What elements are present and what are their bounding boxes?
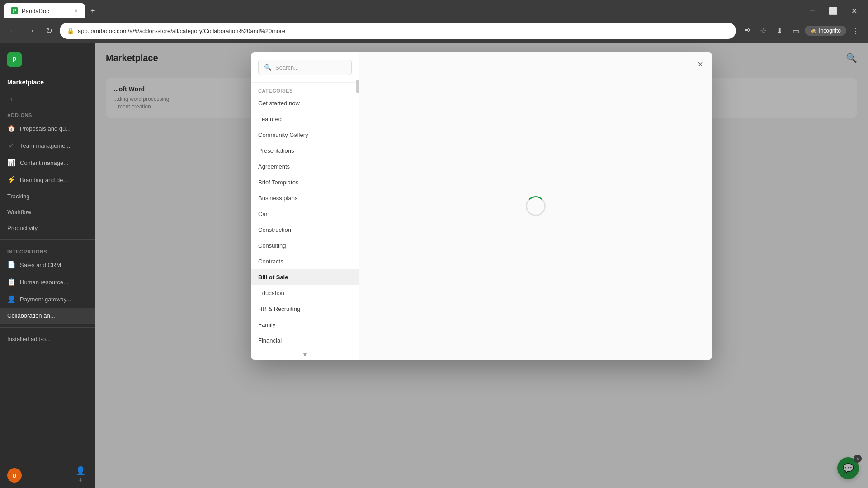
sidebar-item-workflow[interactable]: Workflow <box>0 204 95 220</box>
browser-chrome: P PandaDoc × + ─ ⬜ ✕ ← → ↻ 🔒 app.pandado… <box>0 0 868 43</box>
incognito-icon: 🕵 <box>810 28 817 34</box>
sidebar-item-proposals[interactable]: 🏠 Proposals and qu... <box>0 120 95 137</box>
sidebar-item-workflow-label: Workflow <box>7 209 31 216</box>
category-brief-templates[interactable]: Brief Templates <box>251 174 359 190</box>
browser-tab-bar: P PandaDoc × + ─ ⬜ ✕ <box>0 0 868 18</box>
bookmark-icon[interactable]: ☆ <box>756 23 770 38</box>
modal-left-panel: 🔍 CATEGORIES Get started now Featured Co… <box>251 52 359 360</box>
restore-button[interactable]: ⬜ <box>823 3 844 19</box>
sidebar-add-user-button[interactable]: 👤+ <box>73 468 88 483</box>
marketplace-title: Marketplace <box>0 74 95 90</box>
sidebar-divider-1 <box>0 239 95 240</box>
sidebar-item-payment[interactable]: 👤 Payment gateway... <box>0 291 95 308</box>
team-icon: ✓ <box>7 141 15 150</box>
category-car[interactable]: Car <box>251 206 359 222</box>
search-icon-gray: 🔍 <box>264 64 272 71</box>
sidebar-item-branding[interactable]: ⚡ Branding and de... <box>0 171 95 188</box>
sidebar-logo: P <box>0 43 95 74</box>
browser-tab-pandadoc[interactable]: P PandaDoc × <box>4 3 85 19</box>
close-window-button[interactable]: ✕ <box>844 3 864 19</box>
sidebar-item-team[interactable]: ✓ Team manageme... <box>0 137 95 154</box>
modal-right-panel <box>359 52 712 360</box>
category-presentations[interactable]: Presentations <box>251 143 359 159</box>
category-business-plans[interactable]: Business plans <box>251 190 359 206</box>
sidebar: P Marketplace + ADD-ONS 🏠 Proposals and … <box>0 43 95 488</box>
sidebar-item-sales-label: Sales and CRM <box>20 262 61 268</box>
hr-icon: 📋 <box>7 278 15 286</box>
sidebar-item-collaboration[interactable]: Collaboration an... <box>0 308 95 324</box>
category-education[interactable]: Education <box>251 285 359 301</box>
category-bill-of-sale[interactable]: Bill of Sale <box>251 269 359 285</box>
modal-overlay[interactable]: × 🔍 CATEGORIES <box>95 43 868 488</box>
sidebar-item-hr[interactable]: 📋 Human resource... <box>0 273 95 291</box>
sidebar-add-item[interactable]: + <box>0 90 95 107</box>
sidebar-item-payment-label: Payment gateway... <box>20 296 71 303</box>
new-tab-button[interactable]: + <box>87 5 99 18</box>
payment-icon: 👤 <box>7 295 15 303</box>
main-content: Marketplace 🔍 ...oft Word ...ding word p… <box>95 43 868 488</box>
sidebar-item-proposals-label: Proposals and qu... <box>20 125 71 132</box>
addons-section-title: ADD-ONS <box>0 107 95 120</box>
category-modal: × 🔍 CATEGORIES <box>251 52 712 360</box>
integrations-section-title: INTEGRATIONS <box>0 244 95 256</box>
sidebar-divider-2 <box>0 327 95 328</box>
minimize-button[interactable]: ─ <box>802 3 823 19</box>
browser-menu-button[interactable]: ⋮ <box>848 23 863 38</box>
incognito-button[interactable]: 🕵 Incognito <box>805 26 846 36</box>
sidebar-item-content[interactable]: 📊 Content manage... <box>0 154 95 171</box>
sidebar-item-productivity[interactable]: Productivity <box>0 220 95 236</box>
sidebar-item-installed[interactable]: Installed add-o... <box>0 331 95 347</box>
pandadoc-logo-icon: P <box>7 52 22 67</box>
sidebar-item-tracking-label: Tracking <box>7 193 29 200</box>
scrollbar-top[interactable] <box>356 80 359 93</box>
categories-list[interactable]: Get started now Featured Community Galle… <box>251 95 359 349</box>
download-icon[interactable]: ⬇ <box>772 23 787 38</box>
incognito-label: Incognito <box>819 28 841 34</box>
sidebar-item-branding-label: Branding and de... <box>20 177 68 183</box>
category-construction[interactable]: Construction <box>251 222 359 238</box>
category-family[interactable]: Family <box>251 317 359 333</box>
category-agreements[interactable]: Agreements <box>251 159 359 174</box>
category-financial[interactable]: Financial <box>251 333 359 348</box>
nav-icons-right: 👁 ☆ ⬇ ▭ 🕵 Incognito ⋮ <box>740 23 863 38</box>
category-hr-recruiting[interactable]: HR & Recruiting <box>251 301 359 317</box>
loading-spinner <box>526 196 546 216</box>
category-contracts[interactable]: Contracts <box>251 253 359 269</box>
address-bar[interactable]: 🔒 app.pandadoc.com/a/#/addon-store/all/c… <box>60 23 736 39</box>
sidebar-item-collaboration-label: Collaboration an... <box>7 312 55 319</box>
doc-icon: 📄 <box>7 261 15 269</box>
browser-sidebar-icon[interactable]: ▭ <box>788 23 803 38</box>
modal-close-button[interactable]: × <box>694 58 707 70</box>
category-get-started[interactable]: Get started now <box>251 95 359 111</box>
tab-title: PandaDoc <box>22 8 49 14</box>
sidebar-item-hr-label: Human resource... <box>20 279 68 286</box>
search-input[interactable] <box>275 64 351 71</box>
tab-favicon: P <box>11 7 18 14</box>
lock-icon: 🔒 <box>67 28 74 34</box>
home-icon: 🏠 <box>7 124 15 132</box>
sidebar-item-productivity-label: Productivity <box>7 225 38 231</box>
sidebar-item-installed-label: Installed add-o... <box>7 336 51 343</box>
eye-slash-icon[interactable]: 👁 <box>740 23 754 38</box>
address-text: app.pandadoc.com/a/#/addon-store/all/cat… <box>78 28 729 34</box>
sidebar-item-team-label: Team manageme... <box>20 142 70 149</box>
category-consulting[interactable]: Consulting <box>251 238 359 253</box>
branding-icon: ⚡ <box>7 176 15 184</box>
browser-nav-bar: ← → ↻ 🔒 app.pandadoc.com/a/#/addon-store… <box>0 18 868 43</box>
sidebar-item-tracking[interactable]: Tracking <box>0 188 95 204</box>
forward-button[interactable]: → <box>24 23 38 38</box>
sidebar-item-sales[interactable]: 📄 Sales and CRM <box>0 256 95 273</box>
tab-close-button[interactable]: × <box>75 8 78 14</box>
sidebar-item-content-label: Content manage... <box>20 160 68 166</box>
user-avatar[interactable]: U <box>7 468 22 483</box>
window-controls: ─ ⬜ ✕ <box>802 3 864 19</box>
sidebar-bottom: U 👤+ <box>0 463 95 488</box>
category-featured[interactable]: Featured <box>251 111 359 127</box>
refresh-button[interactable]: ↻ <box>42 23 56 38</box>
search-input-wrap: 🔍 <box>258 60 352 75</box>
back-button[interactable]: ← <box>5 23 20 38</box>
app-area: P Marketplace + ADD-ONS 🏠 Proposals and … <box>0 43 868 488</box>
scroll-down-arrow[interactable]: ▼ <box>251 349 359 360</box>
categories-label: CATEGORIES <box>251 83 359 95</box>
category-community[interactable]: Community Gallery <box>251 127 359 143</box>
